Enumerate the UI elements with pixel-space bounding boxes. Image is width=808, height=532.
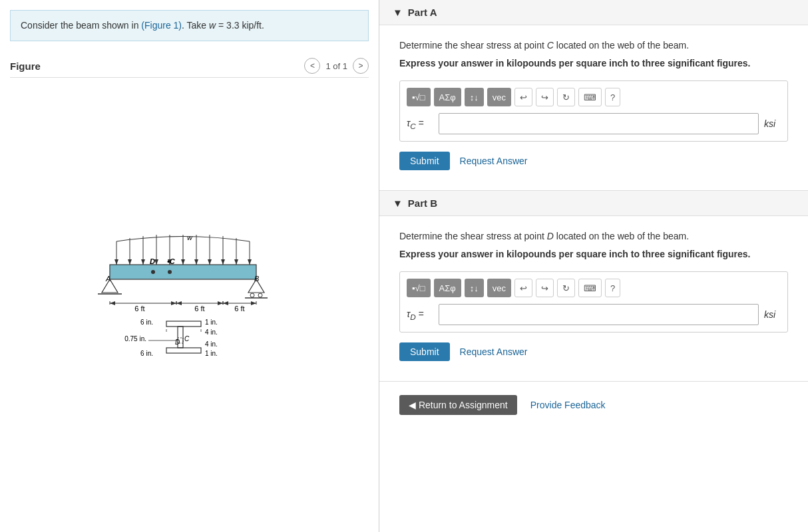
svg-text:6 ft: 6 ft: [234, 305, 244, 313]
part-b-unit: ksi: [764, 309, 781, 320]
problem-text-mid: . Take: [182, 20, 209, 31]
part-b-vec-btn[interactable]: vec: [487, 279, 511, 297]
svg-marker-13: [128, 259, 132, 265]
part-a-refresh-btn[interactable]: ↻: [557, 88, 575, 106]
part-a-undo-btn[interactable]: ↩: [514, 88, 532, 106]
part-a-instruction: Express your answer in kilopounds per sq…: [399, 57, 788, 70]
svg-text:w: w: [187, 233, 193, 241]
svg-marker-21: [234, 259, 238, 265]
svg-marker-51: [223, 301, 228, 305]
svg-point-33: [250, 293, 254, 297]
svg-marker-39: [110, 301, 115, 305]
svg-marker-19: [208, 259, 212, 265]
svg-marker-14: [141, 259, 145, 265]
figure-page: 1 of 1: [325, 61, 347, 71]
part-a-description: Determine the shear stress at point C lo…: [399, 39, 788, 53]
part-a-vec-btn[interactable]: vec: [487, 88, 511, 106]
figure-header: Figure < 1 of 1 >: [10, 58, 369, 78]
svg-marker-52: [251, 301, 256, 305]
part-a-section: ▼ Part A Determine the shear stress at p…: [379, 0, 808, 190]
part-a-label: Part A: [408, 7, 437, 18]
figure-nav: < 1 of 1 >: [304, 58, 369, 74]
part-b-help-btn[interactable]: ?: [605, 279, 620, 297]
svg-text:6 in.: 6 in.: [140, 319, 153, 326]
part-b-input-label: τD =: [407, 309, 433, 321]
part-a-input[interactable]: [439, 113, 759, 134]
right-panel: ▼ Part A Determine the shear stress at p…: [379, 0, 808, 532]
part-b-arrows-btn[interactable]: ↕↓: [465, 279, 484, 297]
part-a-header: ▼ Part A: [379, 0, 808, 25]
svg-point-34: [258, 293, 262, 297]
part-a-chevron[interactable]: ▼: [393, 7, 403, 18]
return-to-assignment-btn[interactable]: ◀ Return to Assignment: [399, 395, 517, 415]
variable-w: w: [209, 20, 216, 31]
part-a-keyboard-btn[interactable]: ⌨: [578, 88, 602, 106]
figure-title: Figure: [10, 61, 41, 72]
figure-link[interactable]: (Figure 1): [141, 20, 182, 31]
svg-rect-57: [166, 348, 201, 353]
part-b-refresh-btn[interactable]: ↻: [557, 279, 575, 297]
part-a-content: Determine the shear stress at point C lo…: [379, 25, 808, 190]
svg-text:C: C: [184, 335, 190, 342]
part-b-instruction: Express your answer in kilopounds per sq…: [399, 247, 788, 261]
part-b-undo-btn[interactable]: ↩: [514, 279, 532, 297]
part-b-label: Part B: [408, 198, 437, 209]
problem-text-start: Consider the beam shown in: [21, 20, 141, 31]
svg-text:6 in.: 6 in.: [140, 350, 153, 357]
part-a-toolbar: ▪√□ ΑΣφ ↕↓ vec ↩ ↪ ↻ ⌨ ?: [407, 88, 781, 106]
svg-text:4 in.: 4 in.: [205, 329, 218, 336]
part-a-unit: ksi: [764, 118, 781, 129]
svg-marker-17: [181, 259, 185, 265]
part-b-toolbar: ▪√□ ΑΣφ ↕↓ vec ↩ ↪ ↻ ⌨ ?: [407, 279, 781, 297]
part-a-matrix-btn[interactable]: ▪√□: [407, 88, 431, 106]
part-a-greek-btn[interactable]: ΑΣφ: [434, 88, 461, 106]
part-b-input[interactable]: [439, 304, 759, 325]
svg-text:1 in.: 1 in.: [205, 350, 218, 357]
figure-svg: w: [50, 228, 329, 381]
svg-point-26: [168, 270, 172, 274]
svg-marker-20: [221, 259, 225, 265]
figure-canvas: w: [10, 83, 369, 525]
part-a-arrows-btn[interactable]: ↕↓: [465, 88, 484, 106]
svg-text:1 in.: 1 in.: [205, 319, 218, 326]
part-a-submit-btn[interactable]: Submit: [399, 152, 450, 170]
problem-text-end: = 3.3 kip/ft.: [216, 20, 264, 31]
figure-area: Figure < 1 of 1 > w: [0, 51, 379, 532]
part-a-help-btn[interactable]: ?: [605, 88, 620, 106]
svg-text:0.75 in.: 0.75 in.: [124, 335, 146, 342]
provide-feedback-link[interactable]: Provide Feedback: [530, 400, 606, 410]
part-b-matrix-btn[interactable]: ▪√□: [407, 279, 431, 297]
svg-text:6 ft: 6 ft: [194, 305, 204, 313]
part-a-action-row: Submit Request Answer: [399, 152, 788, 170]
part-b-redo-btn[interactable]: ↪: [536, 279, 554, 297]
part-b-answer-box: ▪√□ ΑΣφ ↕↓ vec ↩ ↪ ↻ ⌨ ? τD = ksi: [399, 271, 788, 332]
part-b-input-row: τD = ksi: [407, 304, 781, 325]
svg-text:•C: •C: [167, 257, 176, 265]
part-b-request-answer-link[interactable]: Request Answer: [460, 346, 528, 357]
part-b-keyboard-btn[interactable]: ⌨: [578, 279, 602, 297]
svg-text:D: D: [175, 338, 180, 346]
part-b-greek-btn[interactable]: ΑΣφ: [434, 279, 461, 297]
svg-text:D: D: [150, 257, 155, 265]
part-b-content: Determine the shear stress at point D lo…: [379, 216, 808, 381]
part-a-input-label: τC =: [407, 118, 433, 130]
svg-marker-12: [114, 259, 118, 265]
part-b-header: ▼ Part B: [379, 191, 808, 216]
svg-marker-40: [171, 301, 176, 305]
svg-marker-22: [248, 259, 252, 265]
part-b-action-row: Submit Request Answer: [399, 342, 788, 361]
problem-statement: Consider the beam shown in (Figure 1). T…: [10, 10, 369, 41]
svg-marker-45: [176, 301, 182, 305]
svg-marker-18: [194, 259, 198, 265]
part-a-request-answer-link[interactable]: Request Answer: [460, 156, 528, 166]
left-panel: Consider the beam shown in (Figure 1). T…: [0, 0, 379, 532]
next-figure-btn[interactable]: >: [353, 58, 369, 74]
svg-text:6 ft: 6 ft: [134, 305, 144, 313]
svg-rect-54: [166, 321, 201, 327]
part-b-submit-btn[interactable]: Submit: [399, 342, 450, 361]
svg-point-24: [151, 270, 155, 274]
svg-rect-23: [110, 265, 256, 279]
part-b-chevron[interactable]: ▼: [393, 198, 403, 209]
part-a-redo-btn[interactable]: ↪: [536, 88, 554, 106]
prev-figure-btn[interactable]: <: [304, 58, 320, 74]
